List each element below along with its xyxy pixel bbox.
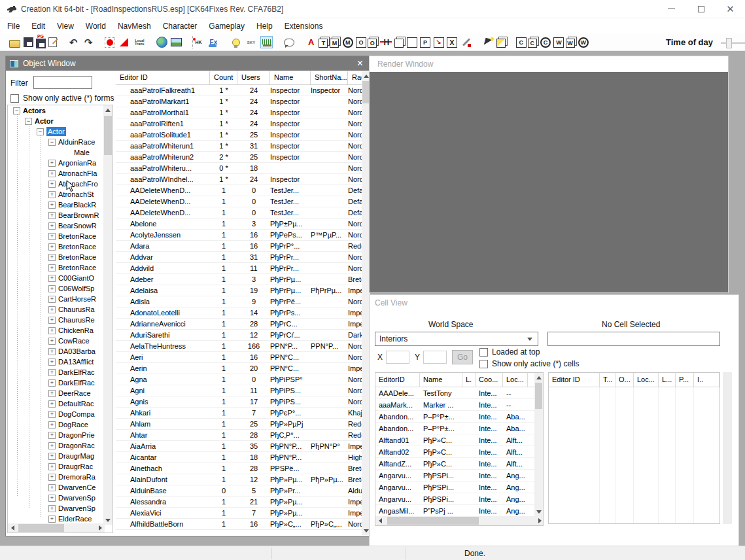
tree-expander-icon[interactable] <box>64 149 71 156</box>
TestJer...[interactable]: AADeleteWhenD... 1 0 TestJer... Default.… <box>116 196 370 207</box>
cube-c-icon[interactable]: C <box>528 39 537 48</box>
tree-expander-icon[interactable] <box>48 421 56 429</box>
h-bar-icon[interactable]: H <box>380 36 392 48</box>
column-header[interactable]: L. <box>462 373 476 387</box>
snap-to-angle-icon[interactable] <box>118 36 130 48</box>
PђP»PµPj[interactable]: Ahlam 1 25 PђP»PµPj Redgua <box>116 419 370 430</box>
object-window-titlebar[interactable]: Object Window × <box>6 56 370 71</box>
Inspector[interactable]: aaaPatrolMarkart1 1 * 24 Inspector NordR… <box>116 96 370 107</box>
tree-item[interactable]: BearBlackR <box>8 200 105 210</box>
scroll-right-icon[interactable] <box>95 523 105 533</box>
world-icon[interactable] <box>156 36 168 48</box>
tree-expander-icon[interactable] <box>48 275 56 282</box>
tree-item[interactable]: AtronachFro <box>8 179 105 189</box>
PђPiPS...[interactable]: Agnis 1 17 PђPiPS... NordRa. <box>116 396 370 408</box>
P­PN°C...[interactable]: Aeri 1 16 P­PN°C... NordRa. <box>116 352 370 363</box>
cell-row[interactable]: AngasMil... P”PsPj ... Inte... Ang... <box>375 505 543 517</box>
tree-expander-icon[interactable] <box>48 453 56 460</box>
landscape-edit-icon[interactable] <box>171 38 182 46</box>
tree-expander-icon[interactable] <box>48 296 56 303</box>
menu-item[interactable]: View <box>51 19 80 33</box>
tree-item[interactable]: DwarvenSp <box>8 493 105 503</box>
PђPrPs...[interactable]: AdonatoLeotelli 1 14 PђPrPs... Imperial. <box>116 307 370 319</box>
column-header[interactable]: L... <box>659 373 676 387</box>
box-arrow-icon[interactable]: ↘ <box>434 37 444 48</box>
tree-item[interactable]: DarkElfRac <box>8 367 105 377</box>
tree-expander-icon[interactable] <box>48 306 56 313</box>
tree-item[interactable]: BretonRace <box>8 241 105 252</box>
sky-icon[interactable]: SKY <box>245 36 258 48</box>
tree-expander-icon[interactable] <box>48 411 56 418</box>
PђPєP°...[interactable]: Ahkari 1 7 PђPєP°... KhajiitR. <box>116 408 370 419</box>
circle-w-icon[interactable]: W <box>578 37 589 48</box>
column-header[interactable]: T... <box>600 373 615 387</box>
cube-light-icon[interactable] <box>496 39 506 48</box>
cell-view-title[interactable]: Cell View <box>370 295 738 311</box>
scroll-down-icon[interactable] <box>103 516 113 525</box>
tree-item[interactable]: CartHorseR <box>8 294 105 304</box>
P­PN°C...[interactable]: Aerin 1 20 P­PN°C... Imperial. <box>116 363 370 374</box>
PђPrPµ...[interactable]: Adeber 1 3 PђPrPµ... BretonR <box>116 274 370 285</box>
column-header[interactable]: Editor ID <box>549 373 600 387</box>
cell-row[interactable]: aaaMark... Marker ... Inte... -- <box>375 399 543 411</box>
tree-item[interactable]: DragonRac <box>8 440 105 451</box>
tree-expander-icon[interactable] <box>48 264 56 271</box>
column-header[interactable]: EditorID <box>375 373 420 387</box>
tree-item[interactable]: DarkElfRac <box>8 377 105 388</box>
tree-item[interactable]: DraugrRac <box>8 461 105 472</box>
column-header[interactable]: Name <box>270 71 311 84</box>
tree-expander-icon[interactable] <box>48 400 56 408</box>
column-header[interactable]: P... <box>676 373 694 387</box>
scroll-down-icon[interactable] <box>534 507 543 516</box>
PђPN°P...[interactable]: Aicantar 1 18 PђPN°P... HighElf.. <box>116 452 370 463</box>
menu-item[interactable]: File <box>1 19 26 33</box>
TestJer...[interactable]: AADeleteWhenD... 1 0 TestJer... Default.… <box>116 207 370 219</box>
tree-item[interactable]: DwarvenSp <box>8 503 105 514</box>
tree-item[interactable]: Actor <box>8 126 105 137</box>
time-of-day-slider-thumb[interactable] <box>726 38 732 48</box>
column-header[interactable]: Name <box>420 373 462 387</box>
tree-expander-icon[interactable] <box>48 495 56 502</box>
tree-expander-icon[interactable] <box>48 317 56 324</box>
PђPrCѓ...[interactable]: AduriSarethi 1 12 PђPrCѓ... DarkElf. <box>116 330 370 341</box>
cube-o-icon[interactable]: O <box>368 39 377 48</box>
grass-icon[interactable] <box>260 36 273 48</box>
tree-expander-icon[interactable] <box>48 181 56 188</box>
Inspector[interactable]: aaaPatrolSolitude1 1 * 25 Inspector Nord… <box>116 130 370 141</box>
cell-row[interactable]: AAADele... TestTony Inte... -- <box>375 387 543 399</box>
tree-expander-icon[interactable] <box>48 201 56 209</box>
tree-item[interactable]: AlduinRace <box>8 137 105 147</box>
dialogue-icon[interactable] <box>283 36 295 48</box>
PђPrP°...[interactable]: Adara 1 16 PђPrP°... Redgua <box>116 241 370 252</box>
tree-item[interactable]: DeerRace <box>8 388 105 398</box>
P­PN°P...[interactable]: AelaTheHuntress 1 166 P­PN°P... P­PN°P..… <box>116 341 370 352</box>
Inspector[interactable]: aaaPatrolWhiterun2 2 * 25 Inspector Nord… <box>116 152 370 163</box>
tree-expander-icon[interactable] <box>48 359 56 366</box>
box-c-icon[interactable]: C <box>516 37 527 48</box>
tree-expander-icon[interactable] <box>48 442 56 449</box>
tree-expander-icon[interactable] <box>48 191 56 198</box>
tree-expander-icon[interactable] <box>48 212 56 219</box>
PђPrPµ...[interactable]: Adelaisa 1 19 PђPrPµ... PђPrPµ... Imperi… <box>116 285 370 296</box>
minimize-button[interactable] <box>657 0 686 18</box>
time-of-day-slider[interactable] <box>721 42 745 44</box>
scroll-up-icon[interactable] <box>103 105 113 114</box>
menu-item[interactable]: Edit <box>26 19 51 33</box>
scroll-up-icon[interactable] <box>534 373 543 382</box>
tree-item[interactable]: ElderRace <box>8 514 105 524</box>
tree-expander-icon[interactable] <box>48 505 56 512</box>
cube-plain-icon[interactable] <box>394 39 404 48</box>
world-space-dropdown[interactable]: Interiors <box>375 332 538 346</box>
tree-expander-icon[interactable] <box>48 390 56 397</box>
tree-expander-icon[interactable] <box>48 432 56 439</box>
tree-item[interactable]: Actor <box>8 116 105 126</box>
column-header[interactable]: Loc... <box>634 373 659 387</box>
cell-row[interactable]: Angarvu... PђPSPi... Inte... Ang... <box>375 493 543 505</box>
menu-item[interactable]: Help <box>251 19 279 33</box>
tree-expander-icon[interactable] <box>48 233 56 240</box>
tree-vscrollbar[interactable] <box>103 105 113 525</box>
tree-expander-icon[interactable] <box>48 379 56 387</box>
cube-w-icon[interactable]: W <box>566 39 575 48</box>
column-header[interactable]: O... <box>615 373 634 387</box>
box-p-icon[interactable]: P <box>420 37 430 48</box>
